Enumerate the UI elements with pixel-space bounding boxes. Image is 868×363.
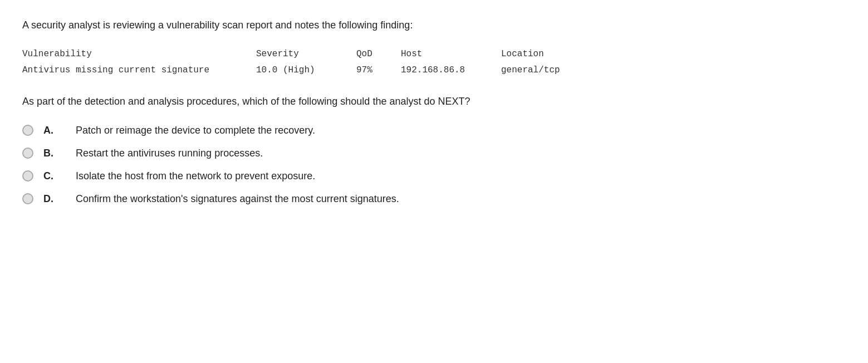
vulnerability-table: Vulnerability Severity QoD Host Location…	[22, 46, 846, 79]
intro-text: A security analyst is reviewing a vulner…	[22, 18, 846, 33]
radio-button-b[interactable]	[22, 148, 33, 159]
radio-button-d[interactable]	[22, 193, 33, 204]
cell-severity: 10.0 (High)	[256, 62, 356, 79]
option-item-a[interactable]: A.Patch or reimage the device to complet…	[22, 125, 846, 136]
col-header-qod: QoD	[356, 46, 401, 62]
option-item-c[interactable]: C.Isolate the host from the network to p…	[22, 170, 846, 182]
col-header-host: Host	[401, 46, 501, 62]
radio-button-a[interactable]	[22, 125, 33, 136]
option-text-c: Isolate the host from the network to pre…	[76, 170, 315, 182]
col-header-location: Location	[501, 46, 601, 62]
col-header-vulnerability: Vulnerability	[22, 46, 256, 62]
options-section: A.Patch or reimage the device to complet…	[22, 125, 846, 205]
table-data-row: Antivirus missing current signature 10.0…	[22, 62, 846, 79]
option-text-d: Confirm the workstation's signatures aga…	[76, 193, 399, 205]
option-item-d[interactable]: D.Confirm the workstation's signatures a…	[22, 193, 846, 205]
col-header-severity: Severity	[256, 46, 356, 62]
cell-qod: 97%	[356, 62, 401, 79]
option-text-a: Patch or reimage the device to complete …	[76, 125, 315, 136]
radio-button-c[interactable]	[22, 170, 33, 182]
option-label-a: A.	[43, 125, 66, 136]
option-text-b: Restart the antiviruses running processe…	[76, 148, 263, 159]
option-label-d: D.	[43, 193, 66, 205]
cell-location: general/tcp	[501, 62, 601, 79]
question-text: As part of the detection and analysis pr…	[22, 94, 846, 109]
cell-host: 192.168.86.8	[401, 62, 501, 79]
option-item-b[interactable]: B.Restart the antiviruses running proces…	[22, 148, 846, 159]
cell-vulnerability: Antivirus missing current signature	[22, 62, 256, 79]
option-label-c: C.	[43, 170, 66, 182]
option-label-b: B.	[43, 148, 66, 159]
table-header-row: Vulnerability Severity QoD Host Location	[22, 46, 846, 62]
